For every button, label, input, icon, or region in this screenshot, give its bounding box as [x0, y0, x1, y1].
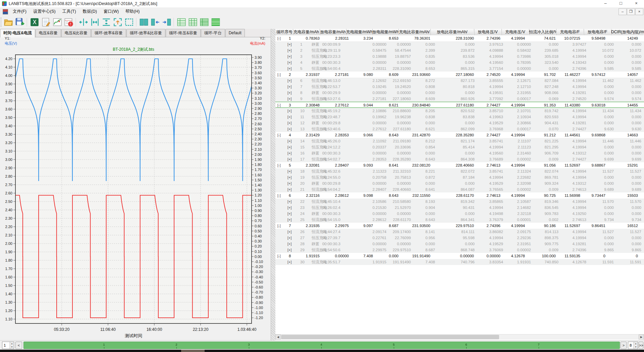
cycle-row[interactable]: [-]10.783632.283113.2348.65378.36301228.… — [275, 35, 644, 41]
open-file-icon[interactable] — [3, 17, 13, 27]
voltage-current-chart[interactable]: 4.204.104.003.903.803.703.603.503.403.30… — [0, 37, 271, 340]
expand-icon[interactable]: [+] — [287, 96, 292, 102]
tab-[interactable]: 循环-平台 — [201, 29, 225, 37]
expand-icon[interactable]: [+] — [287, 259, 292, 265]
expand-icon[interactable]: [+] — [287, 78, 292, 84]
spinner-down-icon[interactable]: ▼ — [10, 345, 14, 349]
expand-icon[interactable]: [+] — [287, 205, 292, 211]
menu-item-f[interactable]: 文件(F) — [9, 7, 30, 15]
curve-icon[interactable] — [52, 17, 62, 27]
expand-icon[interactable]: [+] — [287, 138, 292, 144]
table-view-4-icon[interactable] — [211, 17, 221, 27]
zoom-full-icon[interactable] — [124, 17, 134, 27]
step-row[interactable]: [+]30恒流充电01:35:51.71.91915191.914907.408… — [275, 259, 644, 265]
step-row[interactable]: [+]1静置00:00:09.90.000000.000000.0000.000… — [275, 41, 644, 47]
step-row[interactable]: [+]20静置00:00:29.80.000000.000000.0000.00… — [275, 180, 644, 186]
spinner-up-icon[interactable]: ▲ — [10, 342, 14, 345]
spinner-arrows[interactable]: ▲▼ — [10, 342, 14, 349]
step-row[interactable]: [+]26恒流充电01:44:27.42.09174209.174008.141… — [275, 229, 644, 235]
mdi-minimize-icon[interactable]: – — [619, 8, 627, 15]
step-row[interactable]: [+]24静置00:00:30.30.000000.000000.0000.00… — [275, 211, 644, 217]
expand-icon[interactable]: [+] — [287, 247, 292, 253]
expand-collapse-icon[interactable]: [-] — [277, 192, 281, 199]
end-spinner-arrows[interactable]: ▲▼ — [634, 342, 638, 349]
column-header[interactable]: DCIR(放电内阻)/m — [611, 29, 644, 35]
toolbar-grip[interactable] — [1, 17, 2, 27]
menu-item-s[interactable]: 设置中心(S) — [30, 7, 59, 15]
cycle-row[interactable]: [-]81.919150.000007.4080.000191.914900.0… — [275, 253, 644, 259]
expand-icon[interactable]: [+] — [287, 144, 292, 150]
expand-icon[interactable]: [+] — [287, 90, 292, 96]
step-row[interactable]: [+]3恒压充电00:23:23.30.1988819.887570.83583… — [275, 53, 644, 59]
table-view-3-icon[interactable] — [199, 17, 209, 27]
expand-icon[interactable]: [+] — [287, 235, 292, 241]
next-page-button[interactable]: > — [621, 342, 627, 349]
table-view-2-icon[interactable] — [188, 17, 198, 27]
expand-icon[interactable]: [+] — [287, 150, 292, 156]
step-row[interactable]: [+]17恒流放电01:54:02.72.28353228.352808.643… — [275, 156, 644, 162]
column-header[interactable]: 放电比容量/mAh/ — [430, 29, 474, 35]
step-row[interactable]: [+]28静置00:00:30.30.000000.000000.0000.00… — [275, 241, 644, 247]
column-header[interactable]: 放电能量/mWh — [372, 29, 399, 35]
mdi-close-icon[interactable]: × — [635, 8, 643, 15]
expand-icon[interactable]: [+] — [287, 199, 292, 205]
step-row[interactable]: [+]19恒压充电00:24:55.00.2075820.758130.8728… — [275, 174, 644, 180]
expand-icon[interactable]: [+] — [287, 114, 292, 120]
step-row[interactable]: [+]9恒流放电01:53:27.62.27181227.180608.6098… — [275, 96, 644, 102]
column-header[interactable]: 放电容量/mAh — [320, 29, 346, 35]
expand-collapse-icon[interactable]: [-] — [277, 223, 281, 229]
maximize-icon[interactable]: □ — [613, 0, 629, 7]
step-row[interactable]: [+]2恒流充电00:29:11.90.5847558.475442.39923… — [275, 47, 644, 53]
column-header[interactable]: 充电能量/mWh — [346, 29, 373, 35]
cycle-row[interactable]: [-]62.321162.286129.0988.643232.11550228… — [275, 192, 644, 199]
column-header[interactable]: 充电比容量/mAh/ — [398, 29, 431, 35]
column-header[interactable]: 充电终压/V — [501, 29, 529, 35]
column-header[interactable]: 循环序号 — [276, 29, 293, 35]
zoom-horizontal-icon[interactable] — [78, 17, 89, 27]
scrollbar-thumb[interactable] — [281, 335, 499, 339]
column-header[interactable]: 放电电容/F — [584, 29, 611, 35]
step-row[interactable]: [+]6恒流充电01:46:13.02.12692212.691508.2728… — [275, 78, 644, 84]
minimize-icon[interactable]: – — [598, 0, 613, 7]
end-spinner-down-icon[interactable]: ▼ — [634, 345, 638, 349]
cycle-row[interactable]: [-]52.320812.284079.0938.641232.08120228… — [275, 162, 644, 168]
expand-collapse-icon[interactable]: [-] — [277, 35, 281, 41]
expand-icon[interactable]: [+] — [287, 241, 292, 247]
expand-icon[interactable]: [+] — [287, 65, 292, 72]
step-row[interactable]: [+]22恒流充电01:45:10.42.10586210.585808.193… — [275, 199, 644, 205]
expand-icon[interactable]: [+] — [287, 186, 292, 192]
tab-[interactable]: 循环-终压&容量 — [166, 29, 201, 37]
expand-icon[interactable]: [+] — [287, 41, 292, 47]
step-row[interactable]: [+]14恒流充电01:45:26.02.11092211.091808.212… — [275, 138, 644, 144]
step-row[interactable]: [+]11恒压充电00:23:48.70.1996219.962380.8388… — [275, 114, 644, 120]
scroll-right-icon[interactable]: ▶ — [639, 335, 644, 340]
expand-icon[interactable]: [+] — [287, 53, 292, 59]
column-header[interactable]: 充电电容/F — [556, 29, 584, 35]
expand-icon[interactable]: [+] — [287, 180, 292, 186]
step-row[interactable]: [+]23恒压充电00:26:02.40.2153021.529700.9049… — [275, 205, 644, 211]
compress-horizontal-icon[interactable] — [90, 17, 100, 27]
expand-icon[interactable]: [+] — [287, 126, 292, 132]
expand-icon[interactable]: [+] — [287, 168, 292, 174]
tab-default[interactable]: Default — [225, 29, 245, 37]
split-view-icon[interactable] — [139, 17, 149, 27]
tab-[interactable]: 电压&容量 — [36, 29, 61, 37]
step-row[interactable]: [+]25恒流放电01:54:15.02.28612228.611708.643… — [275, 217, 644, 223]
expand-icon[interactable]: [+] — [287, 211, 292, 217]
horizontal-scrollbar[interactable]: ◀ ▶ — [275, 334, 644, 340]
step-row[interactable]: [+]5恒流放电01:54:00.42.28311228.310908.6538… — [275, 65, 644, 72]
expand-icon[interactable]: [+] — [287, 59, 292, 65]
step-row[interactable]: [+]16静置00:00:30.30.000000.000000.0000.00… — [275, 150, 644, 156]
expand-collapse-icon[interactable]: [-] — [277, 162, 281, 168]
expand-collapse-icon[interactable]: [-] — [277, 253, 281, 259]
prev-page-button[interactable]: < — [15, 342, 22, 349]
step-row[interactable]: [+]12静置00:00:29.80.000000.000000.0000.00… — [275, 120, 644, 126]
compress-vertical-icon[interactable] — [101, 17, 111, 27]
tab-[interactable]: 电压&比容量 — [61, 29, 91, 37]
step-row[interactable]: [+]7恒压充电00:22:53.70.1924519.245200.80880… — [275, 84, 644, 90]
cycle-row[interactable]: [-]32.308482.276129.0448.621230.84840227… — [275, 102, 644, 108]
step-row[interactable]: [+]10恒流充电01:45:19.22.10886210.886008.205… — [275, 108, 644, 114]
expand-icon[interactable]: [+] — [287, 108, 292, 114]
cycle-row[interactable]: [-]42.314292.283539.0668.643231.42870228… — [275, 132, 644, 138]
step-row[interactable]: [+]21恒流放电01:54:04.22.28407228.406608.641… — [275, 186, 644, 192]
